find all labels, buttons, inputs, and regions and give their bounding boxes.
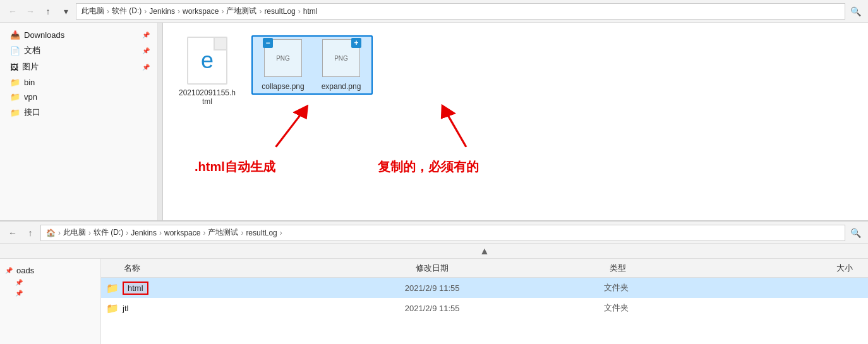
sidebar-item-pictures[interactable]: 🖼 图片 📌 bbox=[0, 59, 157, 75]
folder-icon-bin: 📁 bbox=[10, 78, 20, 87]
address-bar-top: ← → ↑ ▾ 此电脑 › 软件 (D:) › Jenkins › worksp… bbox=[0, 0, 868, 23]
search-button[interactable]: 🔍 bbox=[848, 4, 863, 19]
path-segment: 产地测试 bbox=[226, 6, 256, 16]
folder-icon-interface: 📁 bbox=[10, 108, 20, 117]
row-name-cell-jtl: 📁 jtl bbox=[106, 302, 405, 314]
html-file-icon: e bbox=[187, 37, 227, 85]
collapse-icon-container: PNG − bbox=[264, 39, 302, 80]
path-segment-b: 此电脑 bbox=[63, 227, 86, 238]
path-segment: Jenkins bbox=[149, 7, 175, 16]
folder-icon-html: 📁 bbox=[106, 282, 119, 294]
up-button[interactable]: ↑ bbox=[40, 4, 56, 19]
table-row[interactable]: 📁 jtl 2021/2/9 11:55 文件夹 bbox=[101, 298, 868, 318]
path-sep-b: › bbox=[58, 228, 61, 237]
row-name-jtl: jtl bbox=[123, 304, 128, 313]
path-sep: › bbox=[298, 7, 301, 16]
file-list-area: 名称 修改日期 类型 大小 📁 html 2021/2/9 11:55 文件夹 bbox=[101, 259, 868, 344]
bottom-sidebar-label-oads: oads bbox=[16, 266, 34, 275]
path-segment-b2: 软件 (D:) bbox=[93, 227, 123, 238]
list-header: 名称 修改日期 类型 大小 bbox=[101, 259, 868, 278]
sort-row: ▲ bbox=[0, 244, 868, 259]
folder-icon-vpn: 📁 bbox=[10, 92, 20, 102]
sidebar-item-downloads[interactable]: 📥 Downloads 📌 bbox=[0, 28, 157, 42]
ie-logo-icon: e bbox=[201, 47, 214, 74]
sidebar-label-downloads: Downloads bbox=[24, 30, 64, 40]
path-segment-b6: resultLog bbox=[246, 228, 277, 237]
file-area-top: e 202102091155.html PNG − collapse.png bbox=[163, 23, 868, 220]
path-sep-b2: › bbox=[88, 228, 91, 237]
sidebar-label-pictures: 图片 bbox=[22, 61, 39, 73]
bottom-sidebar-item-pin1[interactable]: 📌 bbox=[0, 277, 100, 288]
forward-button[interactable]: → bbox=[23, 4, 38, 19]
up-button-bottom[interactable]: ↑ bbox=[23, 225, 38, 240]
annotation-text-right: 复制的，必须有的 bbox=[378, 158, 479, 175]
sort-arrow-up: ▲ bbox=[479, 246, 490, 257]
sidebar-top: 📥 Downloads 📌 📄 文档 📌 🖼 图片 📌 📁 bin 📁 vpn bbox=[0, 23, 158, 220]
annotation-text-left: .html自动生成 bbox=[195, 158, 275, 175]
sidebar-resize-handle[interactable] bbox=[158, 23, 163, 220]
sidebar-label-docs: 文档 bbox=[24, 45, 40, 56]
collapse-png-item[interactable]: PNG − collapse.png bbox=[258, 39, 308, 91]
path-segment: 此电脑 bbox=[81, 6, 104, 16]
pin-icon-b2: 📌 bbox=[15, 279, 23, 286]
html-file-item[interactable]: e 202102091155.html bbox=[176, 33, 239, 109]
pin-icon: 📌 bbox=[142, 32, 150, 39]
sidebar-item-docs[interactable]: 📄 文档 📌 bbox=[0, 42, 157, 59]
row-type-html: 文件夹 bbox=[604, 282, 753, 294]
path-sep-b4: › bbox=[159, 228, 162, 237]
bottom-sidebar-item-oads[interactable]: 📌 oads bbox=[0, 264, 100, 277]
sidebar-item-vpn[interactable]: 📁 vpn bbox=[0, 90, 157, 104]
expand-png-label: expand.png bbox=[322, 82, 361, 91]
address-bar-bottom: ← ↑ 🏠 › 此电脑 › 软件 (D:) › Jenkins › worksp… bbox=[0, 221, 868, 244]
bottom-window-body: 📌 oads 📌 📌 名称 修改日期 类型 大小 bbox=[0, 259, 868, 344]
path-sep-b7: › bbox=[280, 228, 282, 237]
path-segment: workspace bbox=[183, 7, 219, 16]
expand-png-item[interactable]: PNG + expand.png bbox=[316, 39, 366, 91]
col-header-size[interactable]: 大小 bbox=[756, 263, 863, 274]
path-sep: › bbox=[221, 7, 224, 16]
sidebar-label-bin: bin bbox=[24, 78, 35, 87]
pin-icon-b1: 📌 bbox=[5, 267, 13, 274]
png-type-label-2: PNG bbox=[334, 55, 348, 62]
bottom-sidebar: 📌 oads 📌 📌 bbox=[0, 259, 101, 344]
col-header-name[interactable]: 名称 bbox=[106, 263, 416, 274]
path-sep: › bbox=[259, 7, 262, 16]
bottom-sidebar-item-pin2[interactable]: 📌 bbox=[0, 288, 100, 299]
col-header-date[interactable]: 修改日期 bbox=[416, 263, 610, 274]
pin-icon: 📌 bbox=[142, 64, 150, 71]
path-sep: › bbox=[107, 7, 109, 16]
back-button-bottom[interactable]: ← bbox=[5, 225, 20, 240]
path-sep-b3: › bbox=[126, 228, 128, 237]
path-sep: › bbox=[144, 7, 147, 16]
address-path-bottom[interactable]: 🏠 › 此电脑 › 软件 (D:) › Jenkins › workspace … bbox=[40, 225, 845, 241]
png-files-group: PNG − collapse.png PNG + expand.png bbox=[251, 35, 373, 95]
path-segment: 软件 (D:) bbox=[112, 6, 142, 16]
bottom-file-explorer: ← ↑ 🏠 › 此电脑 › 软件 (D:) › Jenkins › worksp… bbox=[0, 221, 868, 344]
sidebar-item-bin[interactable]: 📁 bin bbox=[0, 75, 157, 90]
col-header-type[interactable]: 类型 bbox=[610, 263, 756, 274]
pin-icon-b3: 📌 bbox=[15, 290, 23, 297]
back-button[interactable]: ← bbox=[5, 4, 20, 19]
path-segment: html bbox=[303, 7, 318, 16]
path-sep-b5: › bbox=[203, 228, 205, 237]
minus-badge: − bbox=[263, 38, 273, 48]
sidebar-label-vpn: vpn bbox=[24, 92, 37, 102]
table-row[interactable]: 📁 html 2021/2/9 11:55 文件夹 bbox=[101, 278, 868, 298]
list-rows: 📁 html 2021/2/9 11:55 文件夹 📁 jtl 2021/2/9… bbox=[101, 278, 868, 344]
plus-badge: + bbox=[351, 38, 361, 48]
html-file-icon-container: e bbox=[182, 35, 232, 86]
folder-icon-jtl: 📁 bbox=[106, 302, 119, 314]
recent-button[interactable]: ▾ bbox=[58, 4, 73, 19]
row-name-cell-html: 📁 html bbox=[106, 282, 405, 295]
row-type-jtl: 文件夹 bbox=[604, 302, 753, 314]
row-name-html: html bbox=[123, 282, 148, 295]
svg-line-2 bbox=[445, 110, 466, 147]
path-home-icon: 🏠 bbox=[46, 228, 56, 237]
search-button-bottom[interactable]: 🔍 bbox=[848, 225, 863, 240]
sidebar-item-interface[interactable]: 📁 接口 bbox=[0, 104, 157, 121]
png-type-label: PNG bbox=[276, 55, 290, 62]
expand-icon-container: PNG + bbox=[322, 39, 360, 80]
path-segment-b3: Jenkins bbox=[131, 228, 157, 237]
address-path-top[interactable]: 此电脑 › 软件 (D:) › Jenkins › workspace › 产地… bbox=[76, 3, 845, 20]
row-date-html: 2021/2/9 11:55 bbox=[405, 283, 604, 293]
